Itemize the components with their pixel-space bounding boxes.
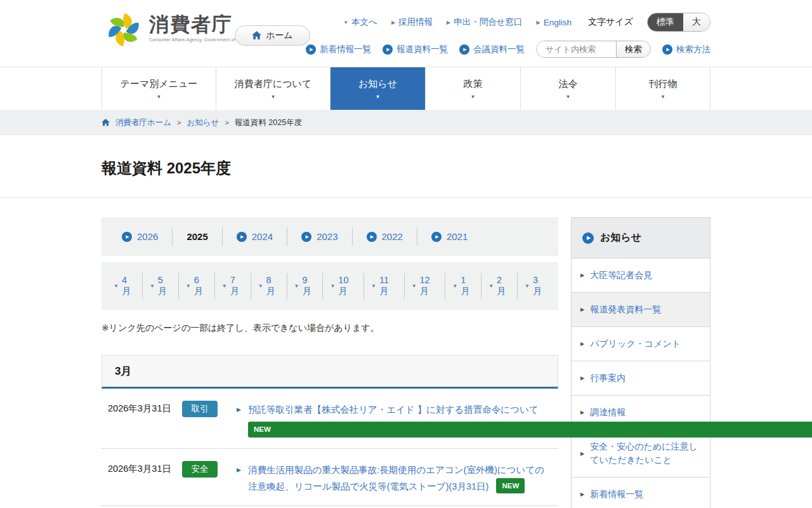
triangle-right-icon: ▶ [580,272,584,278]
triangle-down-icon: ▼ [412,283,417,289]
breadcrumb-current: 報道資料 2025年度 [235,117,302,128]
sidebar-item-events[interactable]: ▶ 行事案内 [572,361,710,395]
sidebar-item-public-comment[interactable]: ▶ パブリック・コメント [572,326,710,361]
triangle-down-icon: ▼ [371,283,376,289]
triangle-down-icon: ▼ [330,283,335,289]
news-sidebar: ▶ お知らせ ▶ 大臣等記者会見 ▶ 報道発表資料一覧 ▶ パブリック・コメント… [571,217,710,508]
chevron-down-icon: ▼ [566,94,571,100]
nav-policy[interactable]: 政策 ▼ [425,67,520,110]
month-link-6[interactable]: ▼6月 [178,273,214,299]
triangle-down-icon: ▼ [525,283,530,289]
sidebar-item-whats-new[interactable]: ▶ 新着情報一覧 [572,477,710,508]
font-size-label: 文字サイズ [588,17,633,28]
chevron-down-icon: ▼ [157,94,162,100]
month-link-10[interactable]: ▼10月 [322,273,363,299]
recruit-link[interactable]: ▶ 採用情報 [391,17,433,28]
month-link-7[interactable]: ▼7月 [214,273,251,299]
month-link-3[interactable]: ▼3月 [517,273,553,299]
category-badge-safety: 安全 [182,461,218,478]
year-tab-2022[interactable]: ▶ 2022 [352,227,417,246]
triangle-right-icon: ▶ [237,405,241,415]
search-help-link[interactable]: ▶ 検索方法 [662,44,710,55]
page-title: 報道資料 2025年度 [102,158,710,178]
utility-nav: ▼ 本文へ ▶ 採用情報 ▶ 申出・問合せ窓口 ▶ English 文字サイズ … [343,13,710,32]
triangle-down-icon: ▼ [258,283,263,289]
font-size-toggle: 標準 大 [647,13,710,32]
month-link-1[interactable]: ▼1月 [445,273,481,299]
triangle-right-icon: ▶ [447,20,450,25]
triangle-down-icon: ▼ [186,283,191,289]
breadcrumb-news-link[interactable]: お知らせ [187,117,219,128]
agency-name: 消費者庁 [149,14,249,36]
triangle-right-icon: ▶ [537,20,540,25]
quick-links: ▶ 新着情報一覧 ▶ 報道資料一覧 ▶ 会議資料一覧 検索 ▶ 検索方法 [306,41,710,58]
press-release-list-link[interactable]: ▶ 報道資料一覧 [383,44,448,55]
month-link-4[interactable]: ▼4月 [107,273,142,299]
year-tab-2024[interactable]: ▶ 2024 [222,227,287,246]
triangle-down-icon: ▼ [114,283,119,289]
article-row: 2026年3月31日 取引 ▶ 預託等取引業者【株式会社リア・エイド 】に対する… [102,389,558,449]
play-circle-icon: ▶ [367,232,377,242]
play-circle-icon: ▶ [383,44,393,55]
home-icon [252,31,261,40]
year-tab-2023[interactable]: ▶ 2023 [287,227,351,246]
article-body: ▶ 消費生活用製品の重大製品事故:長期使用のエアコン(室外機)についての注意喚起… [235,461,552,495]
whats-new-list-link[interactable]: ▶ 新着情報一覧 [306,44,371,55]
search-input[interactable] [537,41,616,57]
skip-to-content-link[interactable]: ▼ 本文へ [343,17,377,28]
article-link[interactable]: 預託等取引業者【株式会社リア・エイド 】に対する措置命令について [248,404,539,415]
month-link-9[interactable]: ▼9月 [287,273,323,299]
search-button[interactable]: 検索 [616,41,650,57]
new-badge: NEW [496,478,525,493]
chevron-down-icon: ▼ [271,94,276,100]
triangle-right-icon: ▶ [391,20,395,25]
triangle-right-icon: ▶ [237,465,241,476]
agency-name-en: Consumer Affairs Agency, Government of J… [149,37,249,42]
pinwheel-logo-icon [105,10,143,50]
font-size-large-button[interactable]: 大 [683,13,710,31]
main-content: ▶ 2026 2025 ▶ 2024 ▶ 2023 ▶ 2022 ▶ 2021 [102,217,558,508]
play-circle-icon: ▶ [301,232,311,242]
meeting-materials-list-link[interactable]: ▶ 会議資料一覧 [459,44,525,55]
breadcrumb-home-link[interactable]: 消費者庁ホーム [115,117,171,128]
nav-theme-menu[interactable]: テーマ別メニュー ▼ [102,67,216,110]
month-link-2[interactable]: ▼2月 [481,273,517,299]
play-circle-icon: ▶ [662,44,672,55]
sidebar-item-press-release-list[interactable]: ▶ 報道発表資料一覧 [572,292,710,326]
nav-about-caa[interactable]: 消費者庁について ▼ [216,67,330,110]
home-button-label: ホーム [266,30,293,41]
font-size-normal-button[interactable]: 標準 [648,13,683,31]
article-date: 2026年3月31日 [108,401,182,438]
year-tabs: ▶ 2026 2025 ▶ 2024 ▶ 2023 ▶ 2022 ▶ 2021 [102,217,558,256]
sidebar-item-press-conference[interactable]: ▶ 大臣等記者会見 [572,258,710,292]
play-circle-icon: ▶ [237,232,247,242]
month-link-12[interactable]: ▼12月 [404,273,445,299]
contact-link[interactable]: ▶ 申出・問合せ窓口 [447,17,522,28]
divider [0,197,812,198]
site-search: 検索 [536,41,651,58]
year-tab-2026[interactable]: ▶ 2026 [108,227,172,246]
month-link-11[interactable]: ▼11月 [363,273,404,299]
english-link[interactable]: ▶ English [537,18,572,27]
article-row: 2026年3月31日 安全 ▶ 消費生活用製品の重大製品事故:長期使用のエアコン… [102,449,558,507]
home-icon [102,119,110,126]
year-tab-2021[interactable]: ▶ 2021 [417,227,481,246]
play-circle-icon: ▶ [582,232,594,244]
nav-news[interactable]: お知らせ ▼ [330,67,425,110]
breadcrumb-separator: > [225,119,228,126]
year-tab-2025-current: 2025 [172,227,221,246]
triangle-down-icon: ▼ [222,283,227,289]
triangle-down-icon: ▼ [488,283,494,289]
triangle-right-icon: ▶ [580,341,584,347]
nav-laws[interactable]: 法令 ▼ [520,67,615,110]
home-button[interactable]: ホーム [235,25,310,46]
play-circle-icon: ▶ [431,232,442,242]
month-link-8[interactable]: ▼8月 [251,273,287,299]
month-link-5[interactable]: ▼5月 [142,273,178,299]
chevron-down-icon: ▼ [660,94,665,100]
site-header: 消費者庁 Consumer Affairs Agency, Government… [0,0,812,67]
triangle-right-icon: ▶ [580,307,584,312]
play-circle-icon: ▶ [122,232,132,242]
nav-publications[interactable]: 刊行物 ▼ [615,67,710,110]
agency-logo[interactable]: 消費者庁 Consumer Affairs Agency, Government… [105,10,249,50]
